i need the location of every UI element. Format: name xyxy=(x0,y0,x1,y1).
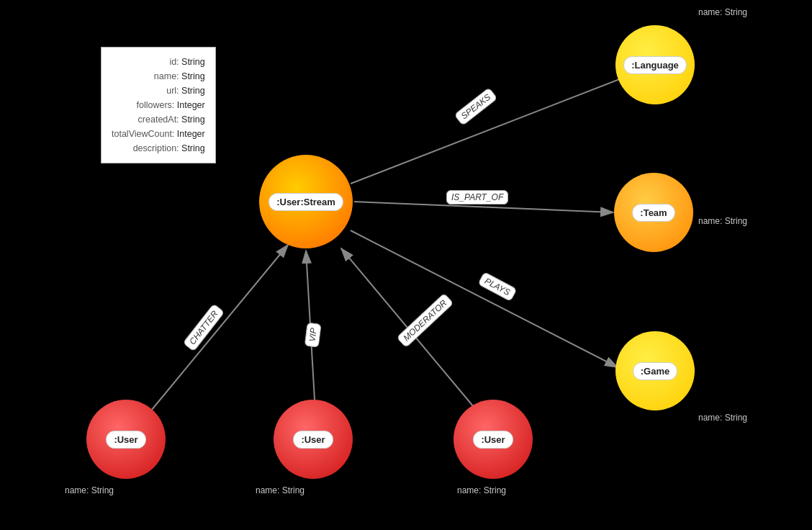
prop-name: name: String xyxy=(112,69,205,84)
prop-followers: followers: Integer xyxy=(112,98,205,112)
prop-createdat: createdAt: String xyxy=(112,112,205,127)
moderator-label: MODERATOR xyxy=(396,293,454,349)
plays-label: PLAYS xyxy=(477,271,517,302)
node-user1[interactable]: :User xyxy=(86,400,166,479)
node-team-label: :Team xyxy=(632,204,675,222)
prop-url: url: String xyxy=(112,84,205,98)
node-game[interactable]: :Game xyxy=(615,331,695,410)
property-box: id: String name: String url: String foll… xyxy=(101,47,216,163)
node-language-label: :Language xyxy=(623,56,687,74)
user3-prop: name: String xyxy=(457,485,506,495)
node-user3[interactable]: :User xyxy=(454,400,533,479)
prop-description: description: String xyxy=(112,141,205,156)
node-user2-label: :User xyxy=(293,431,333,449)
chatter-label: CHATTER xyxy=(183,303,225,351)
user2-prop: name: String xyxy=(256,485,304,495)
node-user-stream-label: :User:Stream xyxy=(269,193,343,211)
speaks-arrow xyxy=(351,65,657,184)
node-game-label: :Game xyxy=(633,362,677,380)
ispartof-label: IS_PART_OF xyxy=(446,190,508,205)
vip-label: VIP xyxy=(304,322,322,348)
team-prop: name: String xyxy=(698,216,747,226)
prop-totalviewcount: totalViewCount: Integer xyxy=(112,127,205,141)
node-team[interactable]: :Team xyxy=(614,173,693,252)
language-prop: name: String xyxy=(698,7,747,17)
node-user1-label: :User xyxy=(106,431,145,449)
node-user-stream[interactable]: :User:Stream xyxy=(259,155,353,248)
speaks-label: SPEAKS xyxy=(454,87,497,126)
plays-arrow xyxy=(351,230,618,367)
node-user2[interactable]: :User xyxy=(274,400,353,479)
chatter-arrow xyxy=(151,245,288,410)
node-user3-label: :User xyxy=(473,431,513,449)
user1-prop: name: String xyxy=(65,485,114,495)
game-prop: name: String xyxy=(698,413,747,423)
prop-id: id: String xyxy=(112,55,205,69)
node-language[interactable]: :Language xyxy=(615,25,695,104)
